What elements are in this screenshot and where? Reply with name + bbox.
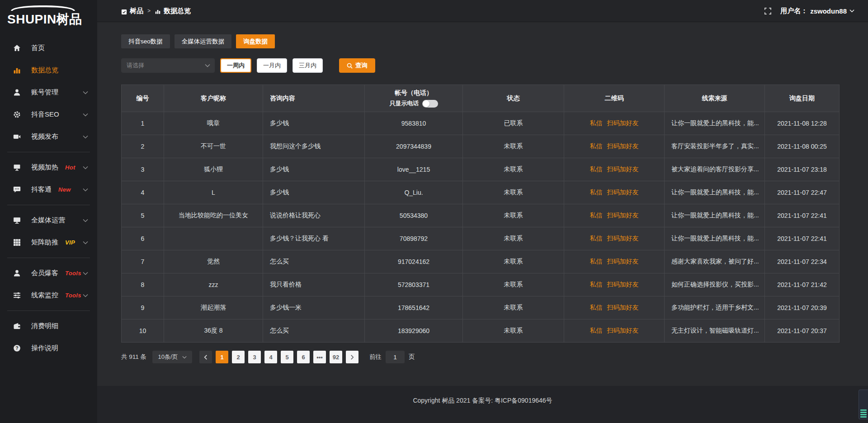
next-page-button[interactable] (346, 351, 359, 363)
qr-link-scan-add-friend[interactable]: 扫码加好友 (607, 235, 638, 242)
user-menu[interactable]: 用户名：zswodun88 (780, 7, 854, 15)
page-button-1[interactable]: 1 (216, 351, 228, 363)
cell-source-link[interactable]: 客厅安装投影半年多了，真实... (665, 135, 765, 158)
page-button-92[interactable]: 92 (330, 351, 342, 363)
cell-source-link[interactable]: 多功能护栏灯，适用于乡村文... (665, 296, 765, 320)
cell-source-link[interactable]: 被大家追着问的客厅投影分享... (665, 158, 765, 181)
qr-link-scan-add-friend[interactable]: 扫码加好友 (607, 119, 638, 127)
qr-link-scan-add-friend[interactable]: 扫码加好友 (607, 188, 638, 196)
qr-link-private-message[interactable]: 私信 (590, 327, 603, 334)
sidebar-item-douyin-seo[interactable]: 抖音SEO (0, 103, 97, 126)
qr-link-scan-add-friend[interactable]: 扫码加好友 (607, 165, 638, 173)
qr-link-scan-add-friend[interactable]: 扫码加好友 (607, 327, 638, 334)
qr-link-private-message[interactable]: 私信 (590, 281, 603, 288)
tab-3[interactable]: 询盘数据 (236, 34, 275, 48)
search-button[interactable]: 查询 (339, 58, 375, 73)
username-label: 用户名： (780, 7, 807, 15)
qr-link-private-message[interactable]: 私信 (590, 142, 603, 150)
cell-index: 8 (122, 273, 164, 296)
sidebar-item-badge: VIP (65, 239, 75, 246)
cell-qrcode: 私信 扫码加好友 (564, 250, 665, 273)
sidebar-item-douketong[interactable]: 抖客通 New (0, 179, 97, 201)
cell-index: 3 (122, 158, 164, 181)
cell-source-link[interactable]: 如何正确选择投影仪，买投影... (665, 273, 765, 296)
page-button-5[interactable]: 5 (281, 351, 293, 363)
period-button-1[interactable]: 一周内 (220, 58, 251, 73)
sidebar-divider (7, 152, 90, 152)
breadcrumb-item-current[interactable]: 数据总览 (155, 7, 191, 15)
qr-link-scan-add-friend[interactable]: 扫码加好友 (607, 142, 638, 150)
cell-status: 未联系 (463, 181, 564, 204)
cell-source-link[interactable]: 让你一眼就爱上的黑科技，能... (665, 204, 765, 227)
sidebar-divider (7, 258, 90, 258)
cell-nickname: 狐小狸 (164, 158, 263, 181)
qr-link-private-message[interactable]: 私信 (590, 188, 603, 196)
fullscreen-icon[interactable] (764, 8, 771, 14)
footer: Copyright 树品 2021 备案号: 粤ICP备09019646号 (97, 386, 868, 423)
cell-date: 2021-11-07 22:34 (765, 250, 840, 273)
page-button-3[interactable]: 3 (248, 351, 261, 363)
sidebar-item-operation-guide[interactable]: ? 操作说明 (0, 337, 97, 359)
floating-widget[interactable] (859, 390, 868, 419)
filter-select[interactable]: 请选择 (121, 58, 215, 73)
page-ellipsis-button[interactable]: ••• (313, 351, 326, 363)
cell-status: 未联系 (463, 135, 564, 158)
data-tabs: 抖音seo数据全媒体运营数据询盘数据 (121, 34, 868, 48)
cell-source-link[interactable]: 让你一眼就爱上的黑科技，能... (665, 227, 765, 250)
tab-1[interactable]: 抖音seo数据 (121, 34, 170, 48)
cell-status: 未联系 (463, 227, 564, 250)
cell-source-link[interactable]: 感谢大家喜欢我家，被问了好... (665, 250, 765, 273)
sidebar-item-clue-monitor[interactable]: 线索监控 Tools (0, 284, 97, 306)
sidebar-item-video-publish[interactable]: 视频发布 (0, 126, 97, 148)
qr-link-private-message[interactable]: 私信 (590, 235, 603, 242)
qr-link-private-message[interactable]: 私信 (590, 258, 603, 265)
cell-content: 多少钱 (263, 181, 365, 204)
chevron-down-icon (182, 356, 187, 359)
col-content: 咨询内容 (263, 85, 365, 112)
qr-link-private-message[interactable]: 私信 (590, 119, 603, 127)
qr-link-private-message[interactable]: 私信 (590, 165, 603, 173)
page-size-select[interactable]: 10条/页 (152, 351, 192, 363)
logo-text: SHUPIN树品 (7, 11, 97, 28)
user-icon (13, 89, 21, 96)
cell-source-link[interactable]: 让你一眼就爱上的黑科技，能... (665, 181, 765, 204)
table-row: 3 狐小狸 多少钱 love__1215 未联系 私信 扫码加好友 被大家追着问… (122, 158, 840, 181)
sidebar-item-omni-media[interactable]: 全媒体运营 (0, 209, 97, 231)
sidebar-item-data-overview[interactable]: 数据总览 (0, 59, 97, 81)
cell-source-link[interactable]: 让你一眼就爱上的黑科技，能... (665, 112, 765, 135)
qr-link-scan-add-friend[interactable]: 扫码加好友 (607, 281, 638, 288)
table-row: 7 觉然 怎么买 917024162 未联系 私信 扫码加好友 感谢大家喜欢我家… (122, 250, 840, 273)
select-placeholder: 请选择 (127, 61, 144, 70)
period-button-3[interactable]: 三月内 (292, 58, 323, 73)
sidebar-item-label: 会员爆客 (31, 269, 58, 277)
cell-content: 我只看价格 (263, 273, 365, 296)
qr-link-scan-add-friend[interactable]: 扫码加好友 (607, 304, 638, 311)
tab-2[interactable]: 全媒体运营数据 (175, 34, 232, 48)
sidebar-item-member-baoke[interactable]: 会员爆客 Tools (0, 262, 97, 284)
page-button-4[interactable]: 4 (264, 351, 277, 363)
page-button-2[interactable]: 2 (232, 351, 245, 363)
gear-icon (13, 111, 21, 118)
table-row: 6 多少钱？让我死心 看 70898792 未联系 私信 扫码加好友 让你一眼就… (122, 227, 840, 250)
period-button-2[interactable]: 一月内 (257, 58, 287, 73)
breadcrumb-item-home[interactable]: 树品 (121, 7, 143, 15)
phone-only-toggle[interactable] (422, 100, 438, 108)
sidebar-item-account-management[interactable]: 账号管理 (0, 81, 97, 103)
main-area: 抖音seo数据全媒体运营数据询盘数据 请选择 一周内一月内三月内 查询 编 (97, 22, 868, 423)
cell-source-link[interactable]: 无主灯设计，智能磁吸轨道灯... (665, 320, 765, 343)
screen-icon (13, 164, 21, 171)
sidebar-item-consumption-detail[interactable]: 消费明细 (0, 315, 97, 337)
goto-page: 前往 1 页 (369, 351, 415, 363)
qr-link-private-message[interactable]: 私信 (590, 304, 603, 311)
qr-link-private-message[interactable]: 私信 (590, 212, 603, 219)
sidebar-divider (7, 205, 90, 205)
qr-link-scan-add-friend[interactable]: 扫码加好友 (607, 258, 638, 265)
goto-page-input[interactable]: 1 (386, 351, 405, 363)
sidebar-item-matrix-boost[interactable]: 矩阵助推 VIP (0, 231, 97, 254)
page-button-6[interactable]: 6 (297, 351, 310, 363)
sidebar-item-home[interactable]: 首页 (0, 37, 97, 59)
qr-link-scan-add-friend[interactable]: 扫码加好友 (607, 212, 638, 219)
sidebar-item-video-heating[interactable]: 视频加热 Hot (0, 156, 97, 179)
prev-page-button[interactable] (199, 351, 212, 363)
sidebar-item-label: 账号管理 (31, 88, 58, 97)
